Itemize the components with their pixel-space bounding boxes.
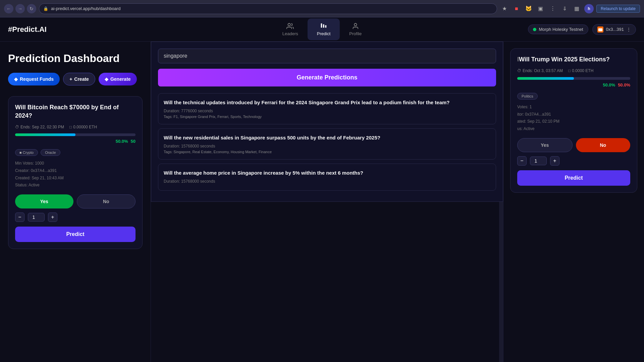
- extension-icon-grid[interactable]: ⋮: [548, 4, 557, 13]
- browser-bar: ← → ↻ 🔒 ai-predict.vercel.app/hub/dashbo…: [0, 0, 644, 17]
- extension-icon-fox[interactable]: 🐱: [524, 4, 533, 13]
- right-qty-plus[interactable]: +: [550, 156, 559, 166]
- right-qty-minus[interactable]: −: [517, 156, 527, 166]
- suggestion-item-1[interactable]: Will the new residential sales in Singap…: [158, 128, 496, 160]
- right-created: ated: Sep 21, 02:10 PM: [517, 118, 630, 125]
- wallet-icon: [597, 26, 603, 33]
- right-progress-fill: [517, 77, 574, 80]
- left-predict-button[interactable]: Predict: [15, 227, 136, 242]
- left-qty-input[interactable]: [28, 213, 45, 222]
- svg-rect-5: [598, 28, 602, 31]
- right-progress-labels: 50.0% 50.0%: [517, 82, 630, 87]
- nav-predict[interactable]: Predict: [308, 18, 340, 40]
- generate-button[interactable]: ◆ Generate: [99, 73, 137, 85]
- svg-rect-2: [323, 24, 324, 28]
- right-eth-icon: □: [568, 68, 571, 73]
- right-card-details: Votes: 1 itor: 0x37A4...a391 ated: Sep 2…: [517, 104, 630, 132]
- wallet-menu-icon[interactable]: ⋮: [627, 27, 631, 32]
- suggestion-title-2: Will the average home price in Singapore…: [164, 169, 490, 176]
- network-label: Morph Holesky Testnet: [539, 27, 583, 32]
- network-badge[interactable]: Morph Holesky Testnet: [528, 24, 588, 34]
- clock-icon: ⏱: [15, 125, 19, 129]
- nav-profile[interactable]: Profile: [340, 18, 371, 40]
- left-creator: Creator: 0x37A4...a391: [15, 167, 136, 175]
- left-card-eth: □ 0.00000 ETH: [69, 125, 97, 129]
- left-tags: ■ Crypto Oracle: [15, 149, 136, 156]
- right-card-meta: ⏱ Ends: Oct 3, 03:57 AM □ 0.0000 ETH: [517, 68, 630, 73]
- app-header: #Predict.AI Leaders Predict Pr: [0, 17, 644, 42]
- suggestion-tags-0: Tags: F1, Singapore Grand Prix, Ferrari,…: [164, 115, 490, 119]
- suggestion-item-2[interactable]: Will the average home price in Singapore…: [158, 164, 496, 191]
- left-yes-button[interactable]: Yes: [15, 194, 73, 208]
- left-progress-yes-pct: 50.0%: [116, 139, 128, 144]
- left-progress-no-val: 50: [131, 139, 136, 144]
- right-vote-buttons: Yes No: [517, 138, 630, 152]
- back-button[interactable]: ←: [4, 4, 13, 13]
- left-progress-labels: 50.0% 50: [15, 139, 136, 144]
- right-no-button[interactable]: No: [576, 138, 631, 152]
- right-tag-politics: Politics: [517, 93, 538, 100]
- right-progress-no-pct: 50.0%: [618, 82, 630, 87]
- suggestion-tags-1: Tags: Singapore, Real Estate, Economy, H…: [164, 150, 490, 154]
- left-no-button[interactable]: No: [77, 194, 136, 208]
- left-progress-bar: [15, 133, 136, 136]
- tag-icon: ■: [19, 150, 22, 155]
- browser-avatar[interactable]: h: [584, 4, 594, 13]
- suggestion-duration-2: Duration: 15768000 seconds: [164, 179, 490, 184]
- suggestion-title-0: Will the technical updates introduced by…: [164, 99, 490, 106]
- left-card-ends: ⏱ Ends: Sep 22, 02:30 PM: [15, 125, 64, 129]
- right-progress-yes-pct: 50.0%: [603, 82, 615, 87]
- profile-icon: [352, 22, 359, 30]
- action-buttons: ◆ Request Funds + Create ◆ Generate: [8, 73, 143, 85]
- left-vote-buttons: Yes No: [15, 194, 136, 208]
- left-qty-minus[interactable]: −: [15, 213, 24, 222]
- star-icon[interactable]: ★: [500, 4, 509, 13]
- middle-panel: Generate Predictions Will the technical …: [151, 42, 503, 362]
- forward-button[interactable]: →: [15, 4, 25, 13]
- generate-predictions-button[interactable]: Generate Predictions: [158, 69, 496, 86]
- left-quantity-row: − +: [15, 213, 136, 222]
- svg-rect-3: [325, 25, 327, 27]
- eth-icon: □: [69, 125, 72, 129]
- right-votes: Votes: 1: [517, 104, 630, 111]
- extension-icon-puzzle[interactable]: ▣: [536, 4, 545, 13]
- search-input[interactable]: [158, 49, 496, 63]
- right-status: us: Active: [517, 125, 630, 133]
- wallet-svg: [598, 27, 603, 32]
- predict-nav-label: Predict: [317, 31, 330, 36]
- right-quantity-row: − +: [517, 156, 630, 166]
- right-progress-bar: [517, 77, 630, 80]
- sidebar-toggle-icon[interactable]: ▦: [572, 4, 582, 13]
- extension-icon-red[interactable]: ■: [512, 4, 521, 13]
- svg-point-0: [288, 23, 290, 26]
- suggestion-item-0[interactable]: Will the technical updates introduced by…: [158, 93, 496, 124]
- refresh-button[interactable]: ↻: [27, 4, 36, 13]
- wallet-badge[interactable]: 0x3...391 ⋮: [592, 24, 636, 35]
- browser-actions: ★ ■ 🐱 ▣ ⋮ ⇓ ▦ h Relaunch to update: [500, 4, 640, 13]
- download-icon[interactable]: ⇓: [560, 4, 570, 13]
- left-card-meta: ⏱ Ends: Sep 22, 02:30 PM □ 0.00000 ETH: [15, 125, 136, 129]
- leaders-icon: [286, 22, 294, 30]
- lock-icon: 🔒: [43, 6, 48, 11]
- wallet-address: 0x3...391: [606, 27, 624, 32]
- main-nav: Leaders Predict Profile: [273, 18, 371, 40]
- right-predict-button[interactable]: Predict: [517, 170, 630, 186]
- tag-crypto: ■ Crypto: [15, 149, 38, 156]
- relaunch-button[interactable]: Relaunch to update: [596, 5, 640, 13]
- left-prediction-card: Will Bitcoin Reach $70000 by End of 2024…: [8, 96, 143, 249]
- suggestion-duration-1: Duration: 15768000 seconds: [164, 144, 490, 148]
- left-qty-plus[interactable]: +: [48, 213, 57, 222]
- predict-icon: [320, 22, 327, 30]
- dashboard-title: Prediction Dashboard: [8, 52, 143, 65]
- url-text: ai-predict.vercel.app/hub/dashboard: [51, 6, 120, 11]
- svg-rect-1: [321, 23, 322, 28]
- left-card-details: Min Votes: 1000 Creator: 0x37A4...a391 C…: [15, 160, 136, 189]
- request-funds-button[interactable]: ◆ Request Funds: [8, 73, 60, 85]
- create-button[interactable]: + Create: [63, 73, 95, 85]
- nav-leaders[interactable]: Leaders: [273, 18, 308, 40]
- suggestion-duration-0: Duration: 7776000 seconds: [164, 109, 490, 113]
- right-yes-button[interactable]: Yes: [517, 138, 573, 152]
- address-bar[interactable]: 🔒 ai-predict.vercel.app/hub/dashboard: [39, 3, 497, 14]
- left-created: Created: Sep 21, 10:43 AM: [15, 175, 136, 182]
- right-qty-input[interactable]: [530, 157, 547, 165]
